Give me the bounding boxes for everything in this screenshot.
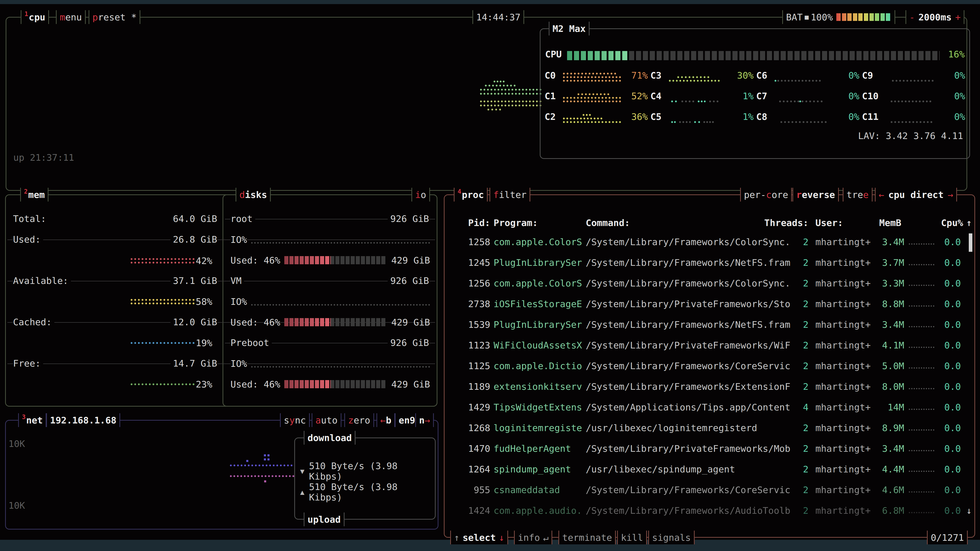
cpu-total-meter <box>567 51 940 60</box>
core-c6-graph <box>774 68 835 83</box>
disk-vm-used: Used: 46% 429 GiB <box>231 316 430 329</box>
interval-increase-button[interactable]: + <box>955 12 961 22</box>
signals-button[interactable]: signals <box>648 530 695 545</box>
col-threads[interactable]: Threads: <box>764 217 808 229</box>
enter-key-icon: ↵ <box>543 532 549 543</box>
download-arrow-icon: ▼ <box>300 467 304 475</box>
core-c10-graph <box>880 89 941 103</box>
cpu-model-title: M2 Max <box>549 22 590 35</box>
proc-row[interactable]: 1123WiFiCloudAssetsX/System/Library/Priv… <box>462 339 963 351</box>
desktop-strip-top <box>0 0 980 4</box>
col-memb[interactable]: MemB <box>879 217 901 229</box>
core-c0-graph <box>563 68 624 83</box>
proc-row[interactable]: 1189extensionkitserv/System/Library/Fram… <box>462 380 963 393</box>
mem-panel-hotkey: 2 <box>24 188 27 195</box>
core-c9-graph <box>880 68 941 83</box>
menu-button[interactable]: menu <box>56 10 86 24</box>
mem-free-row: Free:14.7 GiB <box>13 357 217 370</box>
core-c4-graph <box>668 89 729 103</box>
core-c7-graph <box>774 89 835 103</box>
load-average: LAV: 3.42 3.76 4.11 <box>858 130 963 141</box>
tree-toggle[interactable]: tree <box>843 188 873 202</box>
net-scale-bottom: 10K <box>8 500 25 511</box>
mem-cached-meter: 19% <box>130 337 212 349</box>
proc-scrollbar[interactable] <box>969 233 972 252</box>
preset-button[interactable]: preset * <box>89 10 140 24</box>
battery-icon: ■ <box>805 13 809 21</box>
core-c10: C10 0% <box>862 89 966 103</box>
core-c5: C5 1% <box>651 110 754 124</box>
sort-prev-arrow[interactable]: ← <box>879 189 884 200</box>
core-c11: C11 0% <box>862 110 966 124</box>
core-c11-graph <box>880 109 941 124</box>
kill-button[interactable]: kill <box>617 530 647 545</box>
net-sync-toggle[interactable]: sync <box>280 413 310 427</box>
net-speed-box: download ▼ 510 Byte/s (3.98 Kibps) ▲ 510… <box>294 437 436 519</box>
col-program[interactable]: Program: <box>493 217 538 229</box>
upload-title: upload <box>304 513 345 526</box>
proc-row[interactable]: 1264spindump_agent/usr/libexec/spindump_… <box>462 463 963 475</box>
proc-row[interactable]: 955csnameddatad/System/Library/Framework… <box>462 483 963 496</box>
disks-panel-title[interactable]: disks <box>235 188 271 202</box>
select-up-icon[interactable]: ↑ <box>454 532 460 543</box>
core-c2-graph <box>563 109 624 124</box>
net-zero-toggle[interactable]: zero <box>344 413 374 427</box>
proc-row[interactable]: 1256com.apple.ColorS/System/Library/Fram… <box>462 277 963 289</box>
disk-preboot-row: Preboot926 GiB <box>231 337 429 349</box>
disk-preboot-io: IO% <box>231 357 430 370</box>
upload-row: ▲ 510 Byte/s (3.98 Kibps) <box>300 482 435 503</box>
core-c8-graph <box>774 109 835 124</box>
proc-row[interactable]: 1245PlugInLibrarySer/System/Library/Fram… <box>462 256 963 269</box>
proc-panel-title[interactable]: 4proc <box>454 188 488 202</box>
disk-vm-row: VM926 GiB <box>231 275 429 287</box>
net-traffic-graph <box>230 459 299 497</box>
proc-row[interactable]: 1424com.apple.audio./System/Library/Fram… <box>462 504 963 517</box>
core-c4: C4 1% <box>651 89 754 103</box>
net-iface-prev-button[interactable]: ←b <box>376 413 395 427</box>
sort-column-selector[interactable]: ←cpu direct→ <box>875 188 957 202</box>
select-control[interactable]: ↑select↓ <box>450 530 508 545</box>
mem-panel-title[interactable]: 2mem <box>20 188 48 202</box>
proc-table-header: Pid: Program: Command: Threads: User: Me… <box>462 217 973 229</box>
proc-row[interactable]: 2738iOSFilesStorageE/System/Library/Priv… <box>462 297 963 310</box>
disks-io-toggle[interactable]: io <box>411 188 430 202</box>
net-auto-toggle[interactable]: auto <box>312 413 342 427</box>
proc-row[interactable]: 1429TipsWidgetExtens/System/Applications… <box>462 401 963 413</box>
more-below-icon: ↓ <box>966 505 972 516</box>
net-panel-title[interactable]: 3net <box>18 413 46 427</box>
col-command[interactable]: Command: <box>586 217 630 229</box>
net-upload-line <box>230 475 294 477</box>
per-core-toggle[interactable]: per-core <box>740 188 792 202</box>
core-c9: C9 0% <box>862 68 966 82</box>
core-c0: C0 71% <box>545 68 648 82</box>
filter-button[interactable]: filter <box>490 188 530 202</box>
select-down-icon[interactable]: ↓ <box>499 532 504 543</box>
sort-next-arrow[interactable]: → <box>948 189 953 200</box>
proc-row[interactable]: 1268loginitemregiste/usr/libexec/loginit… <box>462 421 963 434</box>
download-title: download <box>304 431 355 445</box>
cpu-panel-title[interactable]: 1cpu <box>21 10 49 24</box>
mem-total-row: Total:64.0 GiB <box>13 213 217 225</box>
mem-used-row: Used:26.8 GiB <box>13 233 217 246</box>
col-user[interactable]: User: <box>815 217 843 229</box>
col-pid[interactable]: Pid: <box>462 217 490 229</box>
core-c1-graph <box>563 89 624 103</box>
col-cpu[interactable]: Cpu% <box>919 217 963 229</box>
proc-row[interactable]: 1125com.apple.Dictio/System/Library/Fram… <box>462 359 963 372</box>
disk-preboot-used-meter <box>284 380 385 388</box>
clock: 14:44:37 <box>473 10 524 24</box>
mem-available-row: Available:37.1 GiB <box>13 275 217 287</box>
interval-decrease-button[interactable]: - <box>909 12 915 22</box>
terminate-button[interactable]: terminate <box>558 530 616 545</box>
reverse-toggle[interactable]: reverse <box>792 188 839 202</box>
disk-root-row: root926 GiB <box>231 213 429 225</box>
info-button[interactable]: info↵ <box>514 530 552 545</box>
proc-row[interactable]: 1539PlugInLibrarySer/System/Library/Fram… <box>462 318 963 331</box>
proc-row[interactable]: 1470fudHelperAgent/System/Library/Privat… <box>462 442 963 455</box>
upload-arrow-icon: ▲ <box>300 488 304 496</box>
disk-root-used-meter <box>284 256 385 264</box>
net-iface-next-button[interactable]: n→ <box>415 413 434 427</box>
proc-row[interactable]: 1258com.apple.ColorS/System/Library/Fram… <box>462 235 963 248</box>
cpu-detail-box: M2 Max CPU 16% C0 71% C3 <box>540 28 970 159</box>
net-panel: 3net 192.168.1.68 sync auto zero ←b en9 … <box>5 420 438 530</box>
